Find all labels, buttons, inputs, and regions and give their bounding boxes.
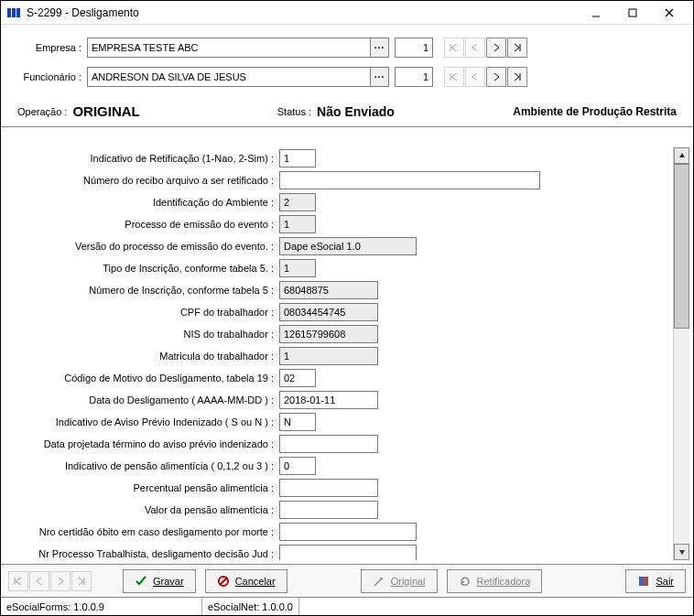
operacao-label: Operação : [17, 106, 67, 117]
svg-rect-9 [639, 577, 644, 586]
statusbar: eSocialForms: 1.0.0.9 eSocialNet: 1.0.0.… [1, 597, 693, 615]
form-area: Indicativo de Retificação (1-Nao, 2-Sim)… [1, 127, 693, 564]
empresa-label: Empresa : [17, 42, 81, 53]
nav-last-icon[interactable] [71, 571, 92, 591]
field-label: NIS do trabalhador : [5, 329, 279, 340]
sair-button[interactable]: Sair [625, 569, 686, 593]
funcionario-nav [444, 67, 527, 87]
versao-processo-input [279, 237, 417, 255]
footer-toolbar: Gravar Cancelar Original Retificadora Sa… [1, 564, 693, 597]
field-label: Indicativo de Aviso Prévio Indenizado ( … [5, 416, 279, 427]
field-label: Indicativo de Retificação (1-Nao, 2-Sim)… [5, 153, 279, 164]
cancelar-button[interactable]: Cancelar [205, 569, 287, 593]
field-label: CPF do trabalhador : [5, 307, 279, 318]
pensao-indicativo-input[interactable] [279, 457, 316, 475]
original-label: Original [391, 576, 426, 587]
wand-icon [373, 575, 385, 588]
field-label: Matricula do trabalhador : [5, 351, 279, 362]
data-desligamento-input[interactable] [279, 391, 378, 409]
funcionario-num[interactable] [395, 67, 433, 87]
numero-inscricao-input [279, 281, 378, 299]
svg-rect-1 [12, 8, 16, 17]
nav-prev-icon[interactable] [29, 571, 49, 591]
nis-input [279, 325, 378, 343]
nav-first-icon[interactable] [444, 38, 464, 58]
field-label: Data projetada término do aviso prévio i… [5, 438, 279, 449]
close-button[interactable] [651, 2, 688, 24]
status-net: eSocialNet: 1.0.0.0 [202, 598, 299, 615]
original-button[interactable]: Original [361, 569, 438, 593]
empresa-input[interactable] [88, 38, 388, 57]
nav-last-icon[interactable] [507, 67, 527, 87]
cancel-icon [217, 575, 230, 588]
empresa-combo[interactable]: ··· [87, 38, 389, 58]
matricula-input [279, 347, 378, 365]
aviso-previo-input[interactable] [279, 413, 316, 431]
svg-line-8 [220, 578, 227, 585]
nav-next-icon[interactable] [50, 571, 70, 591]
status-forms: eSocialForms: 1.0.0.9 [1, 598, 202, 615]
app-icon [6, 5, 21, 20]
maximize-button[interactable] [614, 2, 651, 24]
numero-recibo-input[interactable] [279, 171, 540, 189]
nav-prev-icon[interactable] [465, 67, 485, 87]
nav-first-icon[interactable] [8, 571, 28, 591]
field-label: Data do Desligamento ( AAAA-MM-DD ) : [5, 394, 279, 405]
processo-emissao-input [279, 215, 316, 233]
selector-panel: Empresa : ··· Funcionário : ··· [1, 25, 693, 94]
vertical-scrollbar[interactable] [673, 147, 689, 560]
refresh-icon [459, 575, 472, 588]
status-row: Operação : ORIGINAL Status : Não Enviado… [1, 94, 693, 127]
gravar-button[interactable]: Gravar [123, 569, 196, 593]
motivo-desligamento-input[interactable] [279, 369, 316, 387]
field-label: Código de Motivo do Desligamento, tabela… [5, 373, 279, 384]
check-icon [135, 575, 147, 588]
retificadora-button[interactable]: Retificadora [447, 569, 543, 593]
window-title: S-2299 - Desligamento [27, 6, 578, 19]
gravar-label: Gravar [153, 576, 184, 587]
processo-trabalhista-input[interactable] [279, 545, 417, 560]
nav-first-icon[interactable] [444, 67, 464, 87]
nav-next-icon[interactable] [486, 38, 506, 58]
nav-prev-icon[interactable] [465, 38, 485, 58]
field-label: Percentual pensão alimentícia : [5, 482, 279, 493]
tipo-inscricao-input [279, 259, 316, 277]
identificacao-ambiente-input [279, 193, 316, 211]
svg-rect-10 [644, 577, 648, 586]
form-scroll: Indicativo de Retificação (1-Nao, 2-Sim)… [5, 147, 673, 560]
funcionario-dropdown-icon[interactable]: ··· [370, 68, 388, 86]
certidao-obito-input[interactable] [279, 523, 417, 541]
funcionario-combo[interactable]: ··· [87, 67, 389, 87]
sair-label: Sair [656, 576, 674, 587]
ambiente-label: Ambiente de Produção Restrita [513, 105, 677, 118]
field-label: Versão do processo de emissão do evento.… [5, 241, 279, 252]
nav-last-icon[interactable] [507, 38, 527, 58]
scroll-thumb[interactable] [674, 164, 689, 329]
field-label: Nro certidão óbito em caso desligamento … [5, 526, 279, 537]
nav-next-icon[interactable] [486, 67, 506, 87]
field-label: Tipo de Inscrição, conforme tabela 5. : [5, 263, 279, 274]
field-label: Número de Inscrição, conforme tabela 5 : [5, 285, 279, 296]
empresa-num[interactable] [395, 38, 433, 58]
field-label: Identificação do Ambiente : [5, 197, 279, 208]
status-value: Não Enviado [317, 104, 395, 119]
scroll-down-icon[interactable] [674, 544, 689, 560]
cpf-input [279, 303, 378, 321]
indicativo-retificacao-input[interactable] [279, 149, 316, 168]
minimize-button[interactable] [578, 2, 614, 24]
funcionario-input[interactable] [88, 68, 388, 86]
operacao-value: ORIGINAL [72, 103, 139, 119]
empresa-dropdown-icon[interactable]: ··· [370, 38, 388, 57]
field-label: Nr Processo Trabalhista, desligamento de… [5, 548, 279, 559]
footer-nav [8, 571, 92, 591]
data-aviso-input[interactable] [279, 435, 378, 453]
funcionario-label: Funcionário : [17, 71, 81, 82]
pensao-percentual-input[interactable] [279, 479, 378, 497]
svg-rect-4 [629, 9, 636, 16]
scroll-track[interactable] [674, 164, 689, 544]
cancelar-label: Cancelar [235, 576, 276, 587]
pensao-valor-input[interactable] [279, 501, 378, 519]
titlebar: S-2299 - Desligamento [1, 1, 693, 25]
field-label: Indicativo de pensão alimentícia ( 0,1,2… [5, 460, 279, 471]
scroll-up-icon[interactable] [674, 147, 689, 164]
